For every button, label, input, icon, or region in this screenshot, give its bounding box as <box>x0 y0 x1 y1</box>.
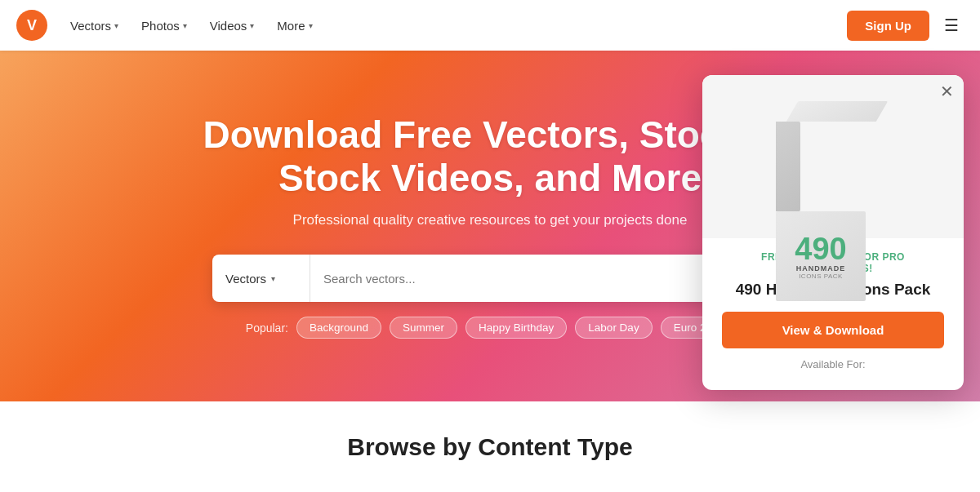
nav-links: Vectors ▾ Photos ▾ Videos ▾ More ▾ <box>60 12 323 39</box>
popup-close-button[interactable]: ✕ <box>940 83 954 100</box>
popup-cta-button[interactable]: View & Download <box>722 312 944 348</box>
logo-icon[interactable]: V <box>16 10 47 41</box>
popup-image-area: 490 HANDMADE ICONS PACK <box>702 75 964 238</box>
nav-right: Sign Up ☰ <box>847 11 964 41</box>
tag-summer[interactable]: Summer <box>390 317 457 339</box>
popup-available-text: Available For: <box>722 358 944 370</box>
hamburger-icon[interactable]: ☰ <box>939 11 964 40</box>
chevron-down-icon: ▾ <box>183 21 187 30</box>
chevron-down-icon: ▾ <box>250 21 254 30</box>
nav-more[interactable]: More ▾ <box>267 12 322 39</box>
hero-subtitle: Professional quality creative resources … <box>293 212 688 228</box>
chevron-down-icon: ▾ <box>309 21 313 30</box>
navbar: V Vectors ▾ Photos ▾ Videos ▾ More ▾ Sig… <box>0 0 980 51</box>
search-category-dropdown[interactable]: Vectors ▾ <box>212 255 310 302</box>
chevron-down-icon: ▾ <box>271 274 275 283</box>
promo-popup: ✕ 490 HANDMADE ICONS PACK FREE DOWNLOAD … <box>702 75 964 390</box>
nav-videos[interactable]: Videos ▾ <box>200 12 265 39</box>
box-top-face <box>786 101 888 122</box>
product-box-image: 490 HANDMADE ICONS PACK <box>776 101 890 215</box>
search-input[interactable] <box>310 255 768 302</box>
box-front-face: 490 HANDMADE ICONS PACK <box>776 211 866 301</box>
browse-title: Browse by Content Type <box>347 433 632 461</box>
tag-labor-day[interactable]: Labor Day <box>575 317 652 339</box>
box-number: 490 <box>795 233 846 264</box>
tag-background[interactable]: Background <box>296 317 381 339</box>
box-handmade-text: HANDMADE <box>796 264 846 273</box>
search-bar: Vectors ▾ <box>212 255 768 302</box>
tag-happy-birthday[interactable]: Happy Birthday <box>466 317 567 339</box>
hero-title: Download Free Vectors, Stock P Stock Vid… <box>203 113 777 200</box>
box-icons-text: ICONS PACK <box>799 273 843 280</box>
popular-tags-row: Popular: Background Summer Happy Birthda… <box>246 317 734 339</box>
chevron-down-icon: ▾ <box>114 21 118 30</box>
browse-section: Browse by Content Type <box>0 401 980 492</box>
box-side-face <box>776 122 800 211</box>
popular-label: Popular: <box>246 321 288 335</box>
nav-vectors[interactable]: Vectors ▾ <box>60 12 128 39</box>
nav-photos[interactable]: Photos ▾ <box>131 12 197 39</box>
signup-button[interactable]: Sign Up <box>847 11 929 41</box>
